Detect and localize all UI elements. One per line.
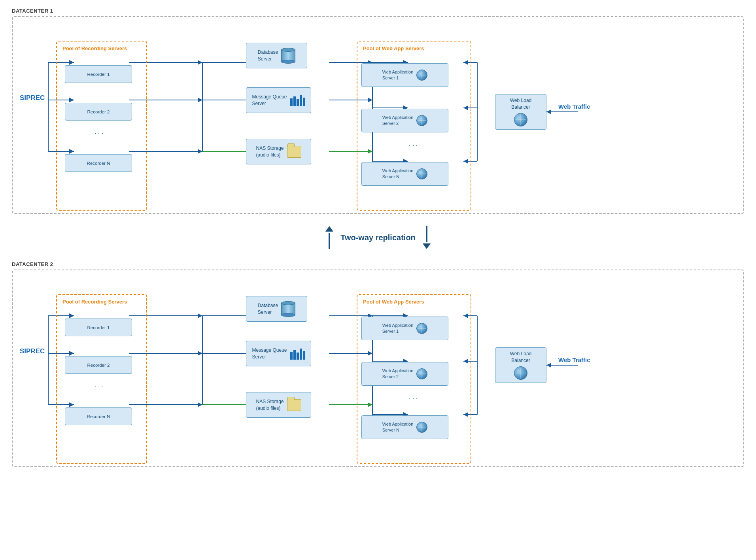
datacenter1-label: DATACENTER 1: [12, 8, 744, 14]
dc1-webapp2: Web ApplicationServer 2: [361, 109, 448, 132]
dc2-siprec-label: SIPREC: [20, 347, 45, 355]
dc2-pool-web: Pool of Web App Servers Web ApplicationS…: [357, 294, 471, 464]
dc2-recorder-dots: · · ·: [94, 384, 103, 390]
dc1-nas-storage: NAS Storage(audio files): [246, 139, 311, 164]
dc1-recorder1: Recorder 1: [65, 65, 132, 83]
dc2-recorderN: Recorder N: [65, 407, 132, 425]
dc2-webappN: Web ApplicationServer N: [361, 415, 448, 439]
dc1-recorder-dots: · · ·: [94, 130, 103, 137]
dc1-web-traffic: Web Traffic: [558, 103, 590, 110]
replication-arrow-down: [423, 243, 431, 249]
datacenter2-box: SIPREC Pool of Recording Servers Recorde…: [12, 270, 744, 467]
dc1-db-server: DatabaseServer: [246, 43, 307, 68]
dc1-webapp-dots: · · ·: [409, 142, 418, 149]
dc2-web-load-balancer: Web LoadBalancer: [495, 347, 546, 383]
dc2-pool-web-title: Pool of Web App Servers: [363, 299, 465, 305]
dc1-webapp1: Web ApplicationServer 1: [361, 63, 448, 87]
replication-label: Two-way replication: [340, 233, 416, 242]
dc2-webapp-dots: · · ·: [409, 396, 418, 402]
dc2-webapp1: Web ApplicationServer 1: [361, 317, 448, 340]
dc1-pool-recording: Pool of Recording Servers Recorder 1 Rec…: [56, 41, 147, 211]
dc1-pool-web-title: Pool of Web App Servers: [363, 45, 465, 51]
datacenter2-label: DATACENTER 2: [12, 261, 744, 267]
dc2-recorder1: Recorder 1: [65, 319, 132, 336]
dc1-recorderN: Recorder N: [65, 154, 132, 172]
dc1-recorder2: Recorder 2: [65, 103, 132, 121]
dc2-pool-recording: Pool of Recording Servers Recorder 1 Rec…: [56, 294, 147, 464]
dc2-db-server: DatabaseServer: [246, 296, 307, 322]
datacenter1-box: SIPREC Pool of Recording Servers Recorde…: [12, 16, 744, 214]
dc1-pool-recording-title: Pool of Recording Servers: [62, 45, 141, 51]
dc1-siprec-label: SIPREC: [20, 94, 45, 102]
dc1-web-load-balancer: Web LoadBalancer: [495, 94, 546, 130]
dc2-nas-storage: NAS Storage(audio files): [246, 392, 311, 418]
replication-section: Two-way replication: [12, 218, 744, 257]
dc2-pool-recording-title: Pool of Recording Servers: [62, 299, 141, 305]
dc2-mq-server: Message QueueServer: [246, 341, 311, 366]
dc1-webappN: Web ApplicationServer N: [361, 162, 448, 186]
dc2-webapp2: Web ApplicationServer 2: [361, 362, 448, 386]
dc1-mq-server: Message QueueServer: [246, 87, 311, 113]
dc2-recorder2: Recorder 2: [65, 356, 132, 374]
dc2-web-traffic: Web Traffic: [558, 356, 590, 363]
dc1-pool-web: Pool of Web App Servers Web ApplicationS…: [357, 41, 471, 211]
replication-arrow-up: [325, 226, 333, 232]
